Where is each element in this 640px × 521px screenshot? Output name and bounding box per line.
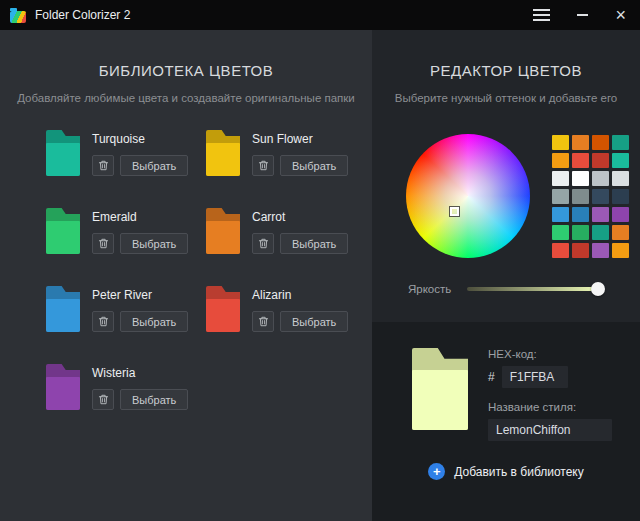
select-button[interactable]: Выбрать (120, 389, 188, 410)
library-item: Peter River Выбрать (46, 286, 206, 332)
preview-folder-icon (412, 348, 468, 430)
folder-front (206, 221, 240, 254)
color-swatch[interactable] (572, 225, 589, 240)
library-item: Emerald Выбрать (46, 208, 206, 254)
color-swatch[interactable] (612, 135, 629, 150)
color-swatch[interactable] (572, 135, 589, 150)
folder-icon (206, 286, 240, 332)
delete-button[interactable] (252, 311, 274, 332)
color-wheel[interactable] (406, 134, 530, 258)
color-swatch[interactable] (592, 225, 609, 240)
color-swatch[interactable] (592, 135, 609, 150)
library-item-buttons: Выбрать (92, 311, 188, 332)
color-swatch[interactable] (572, 153, 589, 168)
library-item: Wisteria Выбрать (46, 364, 206, 410)
add-to-library-button[interactable]: + Добавить в библиотеку (372, 463, 640, 480)
color-swatch[interactable] (612, 171, 629, 186)
preview-row: HEX-код: # Название стиля: (412, 348, 640, 441)
select-button[interactable]: Выбрать (280, 155, 348, 176)
color-swatch[interactable] (572, 207, 589, 222)
close-button[interactable]: × (615, 6, 626, 24)
color-swatch[interactable] (552, 243, 569, 258)
hamburger-menu-icon[interactable] (533, 9, 550, 21)
library-item-buttons: Выбрать (252, 155, 348, 176)
main-content: БИБЛИОТЕКА ЦВЕТОВ Добавляйте любимые цве… (0, 30, 640, 521)
select-button[interactable]: Выбрать (120, 155, 188, 176)
folder-front (46, 299, 80, 332)
style-name-input[interactable] (488, 419, 612, 441)
color-swatch[interactable] (552, 153, 569, 168)
select-button[interactable]: Выбрать (120, 233, 188, 254)
result-panel: HEX-код: # Название стиля: + Добавить в … (372, 322, 640, 521)
library-item-info: Alizarin Выбрать (252, 286, 348, 332)
select-button[interactable]: Выбрать (120, 311, 188, 332)
style-name-label: Название стиля: (488, 401, 612, 413)
color-swatch[interactable] (552, 207, 569, 222)
delete-button[interactable] (92, 389, 114, 410)
folder-front (46, 143, 80, 176)
color-wheel-cursor[interactable] (450, 207, 459, 216)
app-title: Folder Colorizer 2 (35, 8, 130, 22)
color-swatch[interactable] (552, 189, 569, 204)
library-item: Carrot Выбрать (206, 208, 366, 254)
color-swatch[interactable] (612, 243, 629, 258)
delete-button[interactable] (252, 233, 274, 254)
folder-name: Peter River (92, 288, 188, 302)
brightness-slider[interactable] (467, 282, 604, 296)
trash-icon (98, 394, 109, 405)
minimize-button[interactable] (577, 14, 588, 16)
color-swatch[interactable] (592, 189, 609, 204)
folder-front (206, 143, 240, 176)
color-swatch[interactable] (592, 153, 609, 168)
delete-button[interactable] (92, 233, 114, 254)
color-swatch[interactable] (612, 207, 629, 222)
editor-subtitle: Выберите нужный оттенок и добавьте его (380, 92, 632, 104)
color-swatch[interactable] (552, 135, 569, 150)
delete-button[interactable] (92, 155, 114, 176)
titlebar: Folder Colorizer 2 × (0, 0, 640, 30)
library-item-buttons: Выбрать (252, 233, 348, 254)
delete-button[interactable] (92, 311, 114, 332)
trash-icon (98, 316, 109, 327)
folder-icon (46, 208, 80, 254)
folder-icon (46, 130, 80, 176)
library-item-buttons: Выбрать (92, 389, 188, 410)
hex-prefix: # (488, 370, 495, 384)
delete-button[interactable] (252, 155, 274, 176)
library-item-info: Carrot Выбрать (252, 208, 348, 254)
trash-icon (258, 316, 269, 327)
color-swatch[interactable] (612, 225, 629, 240)
library-item: Turquoise Выбрать (46, 130, 206, 176)
color-swatch[interactable] (592, 171, 609, 186)
color-swatch[interactable] (572, 171, 589, 186)
color-swatch[interactable] (572, 243, 589, 258)
plus-icon: + (428, 463, 445, 480)
brightness-thumb[interactable] (591, 282, 605, 296)
folder-front (46, 221, 80, 254)
color-swatch[interactable] (552, 171, 569, 186)
folder-name: Alizarin (252, 288, 348, 302)
color-swatch[interactable] (612, 189, 629, 204)
editor-panel: РЕДАКТОР ЦВЕТОВ Выберите нужный оттенок … (372, 30, 640, 521)
select-button[interactable]: Выбрать (280, 311, 348, 332)
color-swatch[interactable] (592, 243, 609, 258)
color-swatch[interactable] (572, 189, 589, 204)
library-item-info: Peter River Выбрать (92, 286, 188, 332)
library-subtitle: Добавляйте любимые цвета и создавайте ор… (8, 92, 364, 104)
folder-front (412, 370, 468, 430)
folder-name: Turquoise (92, 132, 188, 146)
folder-icon (46, 286, 80, 332)
color-swatch[interactable] (612, 153, 629, 168)
color-swatch[interactable] (552, 225, 569, 240)
select-button[interactable]: Выбрать (280, 233, 348, 254)
library-item: Alizarin Выбрать (206, 286, 366, 332)
folder-name: Sun Flower (252, 132, 348, 146)
library-item-info: Wisteria Выбрать (92, 364, 188, 410)
folder-name: Emerald (92, 210, 188, 224)
trash-icon (98, 160, 109, 171)
hex-row: # (488, 366, 612, 388)
hex-input[interactable] (502, 366, 568, 388)
color-swatch[interactable] (592, 207, 609, 222)
library-item-buttons: Выбрать (92, 233, 188, 254)
add-to-library-label: Добавить в библиотеку (454, 465, 584, 479)
